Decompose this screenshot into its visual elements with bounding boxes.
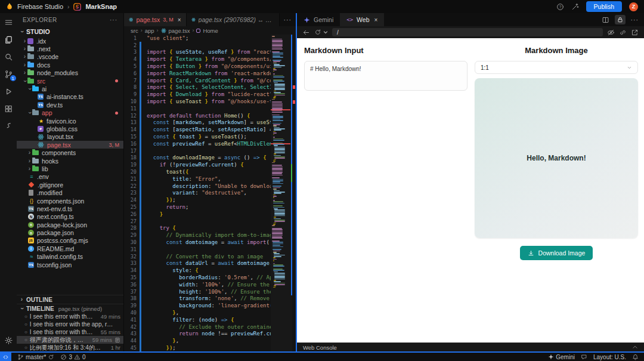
code-line-3[interactable]: 3import { useState, useRef } from "react…: [124, 49, 271, 56]
code-line-28[interactable]: 28 try {: [124, 225, 271, 232]
code-line-1[interactable]: 1"use client";: [124, 35, 271, 42]
code-line-23[interactable]: 23 variant: "destructive",: [124, 190, 271, 197]
tree-item--next[interactable]: ›.next: [17, 45, 123, 53]
web-console-bar[interactable]: Web Console: [297, 343, 644, 351]
split-editor-icon[interactable]: [602, 16, 609, 24]
timeline-item-4[interactable]: ○很严肃的跟你说，下载下来的...59 mins: [17, 336, 123, 344]
close-icon[interactable]: ×: [178, 17, 181, 23]
extensions-icon[interactable]: [4, 104, 14, 114]
code-line-31[interactable]: 31: [124, 246, 271, 253]
code-line-16[interactable]: 16 const previewRef = useRef<HTMLDivElem…: [124, 140, 271, 147]
timeline-item-3[interactable]: ○I see this error with the app, re...55 …: [17, 328, 123, 336]
code-line-33[interactable]: 33 const dataUrl = await domtoimage.toPn…: [124, 260, 271, 267]
bell-icon[interactable]: [632, 354, 639, 360]
tree-item-src[interactable]: ›src: [17, 77, 123, 85]
code-line-37[interactable]: 37 height: '100%', // Ensure the heig: [124, 288, 271, 295]
tree-item-postcss-config-mjs[interactable]: JSpostcss.config.mjs: [17, 237, 123, 245]
keyboard-layout[interactable]: Layout: U.S.: [593, 354, 626, 360]
tab-page-tsx[interactable]: page.tsx 3, M ×: [124, 13, 187, 26]
code-line-42[interactable]: 42 // Exclude the outer container to: [124, 323, 271, 331]
breadcrumb-src[interactable]: src: [131, 27, 138, 34]
outline-section[interactable]: › OUTLINE: [17, 295, 123, 304]
feedback-icon[interactable]: [581, 354, 587, 360]
code-line-35[interactable]: 35 borderRadius: '0.5rem', // Apply r: [124, 274, 271, 281]
timeline-section[interactable]: › TIMELINE page.tsx (pinned): [17, 304, 123, 313]
code-line-39[interactable]: 39 background: 'linear-gradient(to bo: [124, 302, 271, 309]
close-icon[interactable]: ×: [374, 17, 378, 23]
breadcrumb-app[interactable]: app: [145, 27, 154, 34]
code-line-32[interactable]: 32 // Convert the div to an image: [124, 253, 271, 260]
tree-item-layout-tsx[interactable]: layout.tsx: [17, 133, 123, 141]
tree-item--vscode[interactable]: ›.vscode: [17, 53, 123, 61]
code-line-24[interactable]: 24 });: [124, 196, 271, 203]
code-line-22[interactable]: 22 description: "Unable to download ima: [124, 183, 271, 190]
eye-slash-icon[interactable]: [607, 29, 615, 36]
tree-item-tsconfig-json[interactable]: TStsconfig.json: [17, 261, 123, 269]
tree-item-app[interactable]: ›app: [17, 109, 123, 117]
code-line-45[interactable]: 45 });: [124, 344, 271, 351]
tab-web[interactable]: <> Web ×: [340, 13, 384, 26]
problems-indicator[interactable]: 3 0: [60, 354, 85, 360]
search-icon[interactable]: [4, 52, 14, 62]
code-line-19[interactable]: 19 if (!previewRef.current) {: [124, 161, 271, 168]
timeline-item-1[interactable]: ○I see this error with the app, re...49 …: [17, 313, 123, 320]
tree-item-readme-md[interactable]: iREADME.md: [17, 245, 123, 252]
code-line-2[interactable]: 2: [124, 42, 271, 49]
code-line-34[interactable]: 34 style: {: [124, 267, 271, 274]
code-line-38[interactable]: 38 transform: 'none', // Remove any t: [124, 295, 271, 302]
gemini-status[interactable]: Gemini: [548, 354, 575, 360]
editor-actions-more-icon[interactable]: ···: [280, 13, 296, 26]
code-line-40[interactable]: 40 },: [124, 309, 271, 316]
help-icon[interactable]: ?: [556, 3, 564, 11]
tree-item-hooks[interactable]: ›hooks: [17, 157, 123, 165]
timeline-item-2[interactable]: ○I see this error with the app, reported…: [17, 320, 123, 328]
minimap[interactable]: [271, 35, 292, 351]
code-line-10[interactable]: 10import { useToast } from "@/hooks/use-…: [124, 98, 271, 105]
chevron-down-icon[interactable]: [323, 30, 328, 35]
timeline-item-5[interactable]: ○比例要增加9:16 和 3:4的，有个宗旨...1 hr: [17, 344, 123, 351]
breadcrumb-symbol[interactable]: Home: [203, 27, 218, 34]
code-line-44[interactable]: 44 },: [124, 337, 271, 344]
project-name[interactable]: MarkSnap: [85, 3, 117, 10]
tree-item-lib[interactable]: ›lib: [17, 165, 123, 172]
workspace-root[interactable]: › STUDIO: [17, 26, 123, 37]
magic-wand-icon[interactable]: [571, 3, 579, 11]
code-line-21[interactable]: 21 title: "Error",: [124, 175, 271, 183]
tree-item-next-env-d-ts[interactable]: TSnext-env.d.ts: [17, 205, 123, 212]
run-debug-icon[interactable]: [4, 87, 14, 97]
tree-item-package-json[interactable]: npackage.json: [17, 229, 123, 236]
code-line-8[interactable]: 8import { Select, SelectContent, SelectI…: [124, 84, 271, 91]
tree-item-node-modules[interactable]: ›node_modules: [17, 69, 123, 77]
branch-indicator[interactable]: master*: [17, 354, 54, 360]
tree-item-docs[interactable]: ›docs: [17, 61, 123, 69]
download-image-button[interactable]: Download Image: [520, 246, 593, 260]
open-external-icon[interactable]: [631, 29, 639, 36]
code-line-14[interactable]: 14 const [aspectRatio, setAspectRatio] =…: [124, 126, 271, 133]
tree-item-ai-instance-ts[interactable]: TSai-instance.ts: [17, 93, 123, 101]
remote-indicator[interactable]: [0, 353, 11, 361]
tree-item--gitignore[interactable]: .gitignore: [17, 181, 123, 189]
tree-item--env[interactable]: ≡.env: [17, 173, 123, 181]
tree-item-ai[interactable]: ›ai: [17, 85, 123, 92]
code-line-43[interactable]: 43 return node !== previewRef.current: [124, 330, 271, 337]
tree-item--modified[interactable]: .modified: [17, 189, 123, 196]
code-editor[interactable]: 1"use client";23import { useState, useRe…: [124, 35, 271, 351]
code-line-30[interactable]: 30 const domtoimage = await import('dom-…: [124, 239, 271, 246]
tab-gemini[interactable]: Gemini: [297, 13, 340, 26]
code-line-4[interactable]: 4import { Textarea } from "@/components/…: [124, 55, 271, 63]
tree-item-components[interactable]: ›components: [17, 149, 123, 156]
code-line-13[interactable]: 13 const [markdown, setMarkdown] = useSt…: [124, 119, 271, 126]
back-icon[interactable]: [302, 29, 310, 36]
aspect-ratio-select[interactable]: 1:1: [475, 61, 638, 74]
genkit-icon[interactable]: [4, 121, 14, 131]
code-line-27[interactable]: 27: [124, 218, 271, 225]
settings-gear-icon[interactable]: [4, 335, 14, 345]
code-line-29[interactable]: 29 // Dynamically import dom-to-image: [124, 232, 271, 239]
code-line-17[interactable]: 17: [124, 147, 271, 155]
tree-item-favicon-ico[interactable]: ★favicon.ico: [17, 117, 123, 125]
tree-item-next-config-ts[interactable]: Nnext.config.ts: [17, 213, 123, 221]
tree-item-globals-css[interactable]: #globals.css: [17, 125, 123, 132]
code-line-26[interactable]: 26 }: [124, 211, 271, 218]
code-line-6[interactable]: 6import ReactMarkdown from 'react-markdo…: [124, 70, 271, 77]
code-line-9[interactable]: 9import { Download } from "lucide-react"…: [124, 91, 271, 98]
